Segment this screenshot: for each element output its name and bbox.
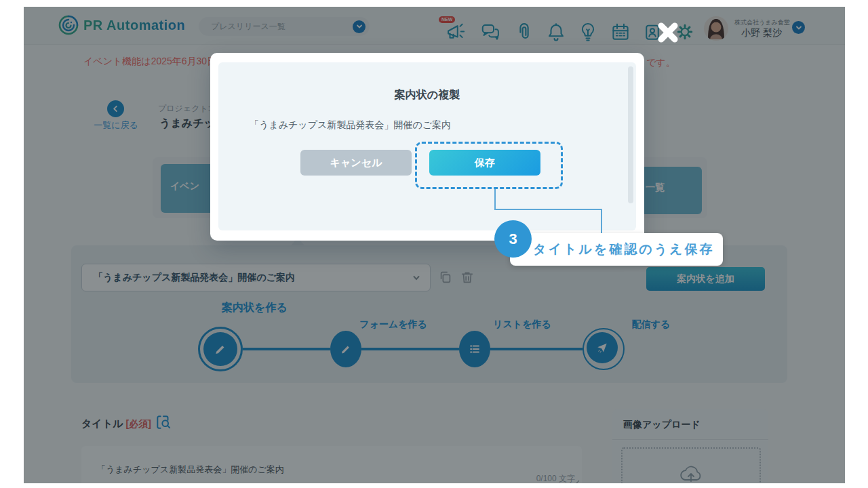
close-icon[interactable]: [654, 19, 682, 46]
modal-scrollbar[interactable]: [628, 66, 633, 203]
save-highlight-box: [415, 142, 563, 189]
modal-body-text: 「うまみチップス新製品発表会」開催のご案内: [250, 119, 451, 131]
cancel-button[interactable]: キャンセル: [300, 150, 412, 176]
annotation-connector: [494, 188, 496, 210]
annotation-label: タイトルを確認のうえ保存: [510, 233, 723, 266]
annotation-connector: [494, 209, 602, 210]
annotation-step-number: 3: [494, 220, 532, 258]
modal-title: 案内状の複製: [218, 88, 636, 102]
annotation-connector: [601, 209, 602, 236]
